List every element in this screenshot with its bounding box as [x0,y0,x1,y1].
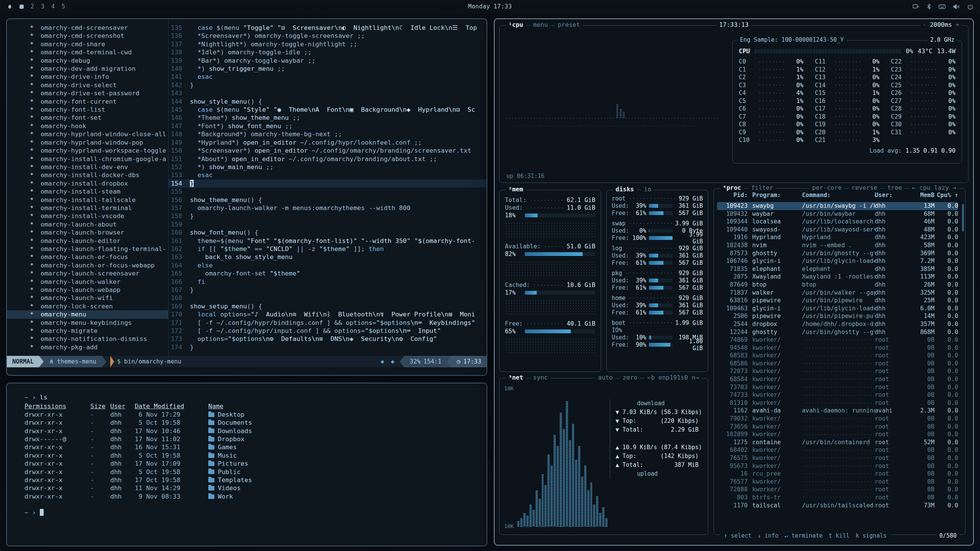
file-list-item[interactable]: *omarchy-debug [7,57,168,65]
workspace-button-4[interactable]: 4 [51,3,55,10]
code-line[interactable]: 173 options="$options\n⚙ Defaults\n≡ DNS… [168,335,487,343]
preset-button[interactable]: preset [555,21,583,28]
file-list-item[interactable]: *omarchy-install-vscode [7,212,168,220]
editor-cmdline[interactable] [7,367,487,374]
code-line[interactable]: 135 case $(menu "Toggle" "⊡ Screensaver\… [168,24,487,32]
code-pane[interactable]: 135 case $(menu "Toggle" "⊡ Screensaver\… [168,19,487,356]
code-line[interactable]: 170 local options="♪ Audio\n≋ Wifi\nᛒ Bl… [168,310,487,318]
power-icon[interactable] [967,4,973,10]
file-list-item[interactable]: *omarchy-install-dropbox [7,179,168,187]
process-row[interactable]: 803btrfs-trroot0B0.0 [717,494,958,502]
file-list-item[interactable]: *omarchy-install-dev-env [7,163,168,171]
file-list-item[interactable]: *omarchy-launch-browser [7,228,168,236]
process-row[interactable]: 68584kworker/root0B0.0 [717,375,958,383]
file-list-item[interactable]: *omarchy-launch-editor [7,237,168,245]
file-list-item[interactable]: *omarchy-drive-set-password [7,89,168,97]
file-list-item[interactable]: *omarchy-cmd-screensaver [7,24,168,32]
process-row[interactable]: 106746glycin-i/usr/lib/glycin-loadersdhh… [717,257,958,265]
code-line[interactable]: 149 *Hyprland*) open_in_editor ~/.config… [168,139,487,147]
code-line[interactable]: 138 *Idle*) omarchy-toggle-idle ;; [168,48,487,56]
process-row[interactable]: 2544dropbox/home/dhh/.dropbox-distdhh357… [717,320,958,328]
proc-filter-button[interactable]: filter [748,184,776,191]
code-line[interactable]: 157 omarchy-launch-walker -m menus:omarc… [168,204,487,212]
code-line[interactable]: 140 *) show_trigger_menu ;; [168,65,487,73]
process-row[interactable]: 1275containe/usr/bin/containerdroot52M0.… [717,439,958,447]
code-line[interactable]: 137 *Nightlight*) omarchy-toggle-nightli… [168,40,487,48]
code-line[interactable]: 148 *Background*) omarchy-theme-bg-next … [168,130,487,138]
code-line[interactable]: 159 [168,220,487,228]
process-row[interactable]: 102438nvimnvim --embed .dhh58M0.0 [717,241,958,249]
code-line[interactable]: 162 if [[ "$theme" == "CNCLD" || -z "$th… [168,245,487,253]
file-list-item[interactable]: *omarchy-font-set [7,114,168,122]
code-line[interactable]: 141 esac [168,73,487,81]
proc-tree-toggle[interactable]: tree [885,184,905,191]
workspace-button-2[interactable]: 2 [31,3,34,10]
file-list-item[interactable]: *omarchy-font-current [7,98,168,106]
process-row[interactable]: 79032kworker/root0B0.0 [717,415,958,423]
process-row[interactable]: 1916HyprlandHyprlanddhh423M0.0 [717,233,958,241]
menu-button[interactable]: menu [531,21,551,28]
process-row[interactable]: 16rcu_preeroot0B0.0 [717,470,958,478]
process-row[interactable]: 102099kworker/root0B0.0 [717,430,958,439]
file-list-item[interactable]: *omarchy-launch-wifi [7,294,168,302]
process-row[interactable]: 109344localsea/usr/lib/localsearch-exdhh… [717,218,958,226]
file-list-item[interactable]: *omarchy-drive-select [7,81,168,89]
footer-key[interactable]: ↓ info [758,532,778,539]
process-row[interactable]: 109423swaybg/usr/bin/swaybg -i /homdhh13… [717,202,958,210]
footer-key[interactable]: ↑ select [724,532,751,539]
code-line[interactable]: 145 case $(menu "Style" "◉ Theme\nA Font… [168,106,487,114]
code-line[interactable]: 143 [168,89,487,97]
process-row[interactable]: 2075XwaylandXwayland :1 -rootless -dhh11… [717,273,958,281]
process-row[interactable]: 68583kworker/root0B0.0 [717,352,958,360]
file-list-item[interactable]: *omarchy-dev-add-migration [7,65,168,73]
bluetooth-icon[interactable] [927,3,931,10]
code-line[interactable]: 171 [ -f ~/.config/hypr/bindings.conf ] … [168,319,487,327]
process-row[interactable]: 74869kworker/root0B0.0 [717,336,958,344]
file-list-item[interactable]: *omarchy-menu-keybindings [7,319,168,327]
file-list-item[interactable]: *omarchy-hyprland-window-close-all [7,130,168,138]
workspace-active-indicator[interactable] [20,5,24,9]
process-row[interactable]: 74733kworker/root0B0.0 [717,391,958,399]
net-zero-toggle[interactable]: zero [620,374,640,381]
code-line[interactable]: 152 *) show_main_menu ;; [168,163,487,171]
screencast-icon[interactable] [913,4,919,10]
tab-net[interactable]: ³net [506,374,526,381]
process-row[interactable]: 71837walker/usr/bin/walker --gappldhh325… [717,289,958,297]
process-row[interactable]: 95673kworker/root0B0.0 [717,462,958,470]
code-line[interactable]: 169show_setup_menu() { [168,302,487,310]
code-line[interactable]: 163 back_to show_style_menu [168,253,487,261]
code-line[interactable]: 172 [ -f ~/.config/hypr/input.conf ] && … [168,327,487,335]
file-list-item[interactable]: *omarchy-launch-floating-terminal- [7,245,168,253]
process-row[interactable]: 87573ghostty/usr/bin/ghostty --gtk-dhh36… [717,249,958,258]
process-row[interactable]: 2506pipewire/usr/bin/pipewire-pulsedhh14… [717,312,958,320]
file-list-item[interactable]: *omarchy-hook [7,122,168,130]
file-list-item[interactable]: *omarchy-drive-info [7,73,168,81]
file-list-item[interactable]: *omarchy-launch-or-focus-webapp [7,261,168,269]
footer-key[interactable]: t kill [829,532,849,539]
interval-plus-button[interactable]: + [956,21,959,28]
code-line[interactable]: 165 omarchy-font-set "$theme" [168,269,487,277]
workspace-button-3[interactable]: 3 [41,3,44,10]
file-list-item[interactable]: *omarchy-cmd-terminal-cwd [7,48,168,56]
code-line[interactable]: 174} [168,343,487,351]
process-table-header[interactable]: Pid: Program: Command: User: MemB Cpu% ↑ [717,192,958,199]
process-row[interactable]: 72088kworker/root0B0.0 [717,486,958,494]
file-list-item[interactable]: *omarchy-hyprland-window-pop [7,139,168,147]
process-row[interactable]: 12244ghostty/usr/bin/ghostty --gtk-dhh86… [717,328,958,336]
file-list-item[interactable]: *omarchy-launch-webapp [7,286,168,294]
process-row[interactable]: 72073kworker/root0B0.0 [717,367,958,375]
code-line[interactable]: 147 *Font*) show_font_menu ;; [168,122,487,130]
tab-cpu[interactable]: ¹cpu [506,21,526,28]
code-line[interactable]: 168 [168,294,487,302]
file-list-item[interactable]: *omarchy-install-tailscale [7,196,168,204]
code-line[interactable]: 160show_font_menu() { [168,228,487,236]
process-row[interactable]: 73703kworker/root0B0.0 [717,383,958,391]
terminal-window[interactable]: ~ › ls PermissionsSizeUserDate ModifiedN… [6,383,487,546]
interval-control[interactable]: - 2000ms + [920,21,962,28]
interval-minus-button[interactable]: - [923,21,926,28]
tab-mem[interactable]: ²mem [506,186,526,193]
code-line[interactable]: 156show_theme_menu() { [168,196,487,204]
process-row[interactable]: 81310kworker/root0B0.0 [717,399,958,407]
code-line[interactable]: 164 else [168,261,487,269]
file-list-item[interactable]: *omarchy-pkg-add [7,343,168,351]
